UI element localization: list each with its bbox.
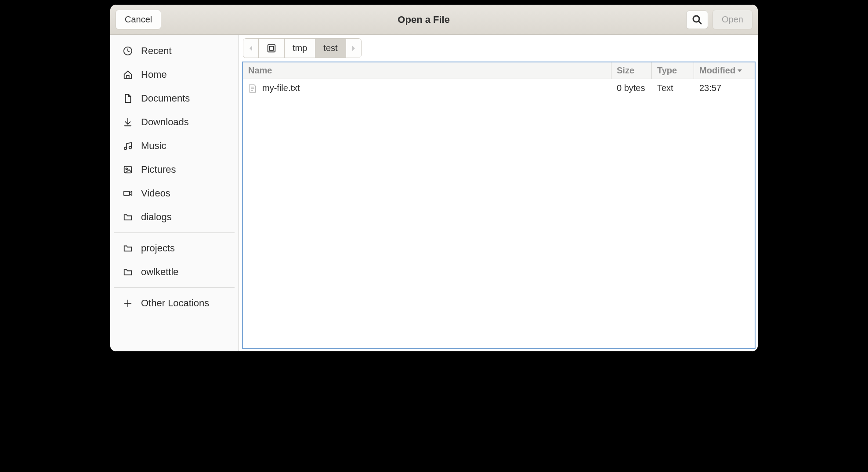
sidebar-item-music[interactable]: Music <box>110 134 238 158</box>
path-segment-tmp[interactable]: tmp <box>285 39 315 58</box>
svg-marker-14 <box>250 46 252 51</box>
sidebar-item-videos[interactable]: Videos <box>110 182 238 205</box>
cancel-button[interactable]: Cancel <box>116 10 161 29</box>
search-icon <box>692 15 702 25</box>
documents-icon <box>123 93 133 104</box>
column-header-size[interactable]: Size <box>611 62 652 79</box>
sidebar-item-other-locations[interactable]: Other Locations <box>110 291 238 315</box>
places-sidebar: Recent Home Documents Downloads Music Pi… <box>110 35 239 351</box>
pathbar: tmp test <box>243 38 362 58</box>
search-button[interactable] <box>686 11 708 29</box>
disk-icon <box>267 44 276 53</box>
sidebar-separator <box>114 287 235 288</box>
downloads-icon <box>123 117 133 127</box>
filelist: Name Size Type Modified my-file.txt 0 <box>242 62 756 349</box>
videos-icon <box>123 188 133 199</box>
svg-rect-16 <box>269 46 273 50</box>
sidebar-item-label: Home <box>141 69 167 80</box>
main-area: tmp test Name Size Type Modified <box>239 35 758 351</box>
file-name-cell: my-file.txt <box>243 81 611 95</box>
titlebar: Cancel Open a File Open <box>110 5 758 35</box>
music-icon <box>123 141 133 151</box>
sidebar-item-label: dialogs <box>141 211 172 223</box>
svg-marker-17 <box>352 46 355 51</box>
sidebar-item-label: projects <box>141 243 175 254</box>
filelist-header: Name Size Type Modified <box>243 62 755 79</box>
svg-rect-8 <box>124 167 132 173</box>
svg-rect-3 <box>127 76 129 78</box>
sidebar-item-label: Other Locations <box>141 298 209 309</box>
path-segment-test[interactable]: test <box>315 39 346 58</box>
file-name: my-file.txt <box>262 83 300 93</box>
dialog-body: Recent Home Documents Downloads Music Pi… <box>110 35 758 351</box>
file-modified: 23:57 <box>694 81 755 95</box>
column-header-name[interactable]: Name <box>243 62 611 79</box>
svg-point-9 <box>126 168 127 170</box>
pictures-icon <box>123 164 133 175</box>
sort-desc-icon <box>737 69 742 73</box>
filelist-body[interactable]: my-file.txt 0 bytes Text 23:57 <box>243 79 755 348</box>
svg-marker-18 <box>738 69 742 72</box>
sidebar-item-pictures[interactable]: Pictures <box>110 158 238 182</box>
sidebar-item-projects[interactable]: projects <box>110 236 238 260</box>
path-root[interactable] <box>259 39 285 58</box>
svg-rect-15 <box>268 44 275 52</box>
sidebar-item-label: Pictures <box>141 164 176 175</box>
sidebar-item-dialogs[interactable]: dialogs <box>110 205 238 229</box>
sidebar-item-label: Music <box>141 140 166 152</box>
plus-icon <box>123 298 133 309</box>
sidebar-item-label: Recent <box>141 45 172 57</box>
path-back[interactable] <box>243 39 259 58</box>
text-file-icon <box>248 84 257 93</box>
sidebar-item-label: Videos <box>141 188 170 199</box>
folder-icon <box>123 243 133 254</box>
path-forward[interactable] <box>346 39 361 58</box>
column-header-type[interactable]: Type <box>652 62 694 79</box>
svg-marker-11 <box>130 191 132 195</box>
column-header-modified[interactable]: Modified <box>694 62 755 79</box>
svg-line-1 <box>699 21 702 24</box>
pathbar-row: tmp test <box>239 35 758 62</box>
sidebar-item-documents[interactable]: Documents <box>110 87 238 110</box>
sidebar-item-owlkettle[interactable]: owlkettle <box>110 260 238 284</box>
sidebar-item-downloads[interactable]: Downloads <box>110 110 238 134</box>
clock-icon <box>123 46 133 56</box>
sidebar-item-label: owlkettle <box>141 266 179 278</box>
file-size: 0 bytes <box>611 81 652 95</box>
open-button[interactable]: Open <box>712 10 752 29</box>
file-type: Text <box>652 81 694 95</box>
svg-rect-10 <box>124 191 130 195</box>
home-icon <box>123 69 133 80</box>
sidebar-separator <box>114 232 235 233</box>
sidebar-item-label: Documents <box>141 93 190 104</box>
sidebar-item-recent[interactable]: Recent <box>110 39 238 63</box>
dialog-title: Open a File <box>166 14 682 25</box>
file-row[interactable]: my-file.txt 0 bytes Text 23:57 <box>243 79 755 97</box>
sidebar-item-label: Downloads <box>141 116 189 128</box>
folder-icon <box>123 212 133 222</box>
folder-icon <box>123 267 133 277</box>
sidebar-item-home[interactable]: Home <box>110 63 238 87</box>
file-chooser-dialog: Cancel Open a File Open Recent Home Docu… <box>110 4 758 352</box>
